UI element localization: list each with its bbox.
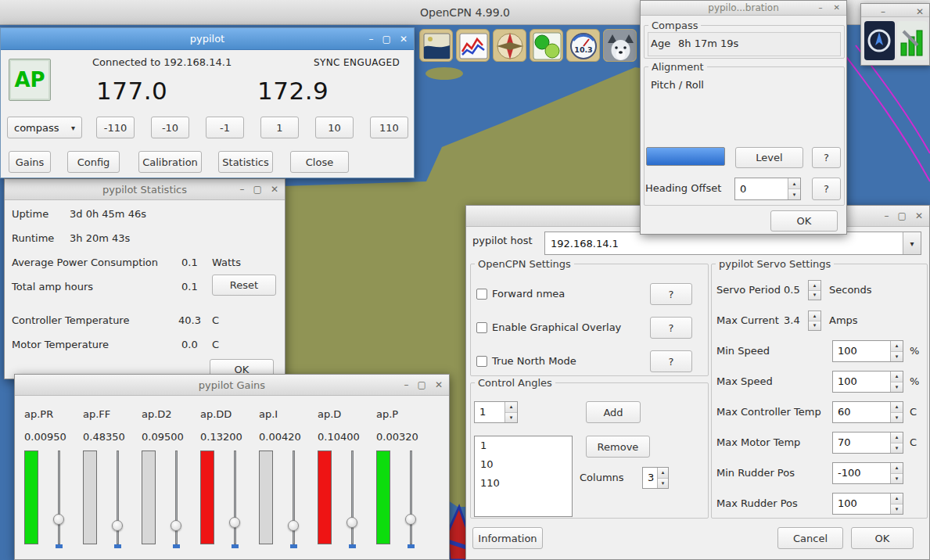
titlebar[interactable]: pypilot Gains – ▢ ✕ (15, 375, 449, 396)
checkbox-forward-nmea[interactable] (476, 289, 487, 300)
help-button[interactable]: ? (650, 350, 692, 372)
minimize-icon[interactable]: – (885, 211, 889, 221)
spin-up-icon[interactable]: ▴ (809, 311, 820, 321)
maximize-icon[interactable]: ▢ (253, 185, 262, 194)
spin-arrows[interactable]: ▴▾ (890, 372, 903, 392)
spin-arrows[interactable]: ▴▾ (890, 402, 903, 422)
servo-field-max-rudder-pos[interactable]: 100▴▾ (832, 493, 903, 515)
spin-arrows[interactable]: ▴▾ (890, 341, 903, 361)
spin-down-icon[interactable]: ▾ (891, 382, 903, 393)
help-button[interactable]: ? (650, 317, 692, 339)
maximize-icon[interactable]: ▢ (418, 380, 426, 389)
statistics-button[interactable]: Statistics (218, 151, 273, 173)
close-icon[interactable]: ✕ (834, 4, 840, 12)
spin-arrows[interactable]: ▴ ▾ (788, 178, 800, 199)
spin-arrows[interactable]: ▴ ▾ (504, 402, 517, 422)
reset-button[interactable]: Reset (212, 275, 276, 296)
servo-field-min-speed[interactable]: 100▴▾ (832, 340, 903, 362)
help-button[interactable]: ? (812, 147, 841, 168)
spin-down-icon[interactable]: ▾ (658, 479, 668, 489)
minimize-icon[interactable]: – (881, 7, 885, 16)
spin-arrows[interactable]: ▴▾ (890, 463, 903, 483)
spin-down-icon[interactable]: ▾ (788, 189, 800, 199)
toolbar-icon-dashboard[interactable] (530, 29, 563, 62)
minimize-icon[interactable]: – (819, 4, 823, 12)
step-button-1[interactable]: 1 (260, 117, 299, 138)
toolbar-icon-husky-photo[interactable] (603, 29, 637, 62)
spin-arrows[interactable]: ▴▾ (890, 494, 903, 514)
ok-button[interactable]: OK (770, 210, 838, 232)
checkbox-true-north-mode[interactable] (476, 356, 487, 367)
titlebar[interactable]: pypilo...bration – ✕ (641, 1, 846, 16)
spin-up-icon[interactable]: ▴ (891, 433, 903, 443)
angles-listbox[interactable]: 110110 (474, 436, 573, 517)
spin-down-icon[interactable]: ▾ (809, 321, 820, 331)
angle-list-item[interactable]: 10 (475, 455, 572, 474)
spin-arrows[interactable]: ▴▾ (808, 311, 821, 331)
close-icon[interactable]: ✕ (915, 211, 923, 221)
gain-slider-track[interactable] (234, 451, 236, 544)
gains-button[interactable]: Gains (9, 151, 51, 173)
gain-slider-track[interactable] (410, 451, 412, 544)
checkbox-enable-graphical-overlay[interactable] (476, 322, 487, 333)
gain-slider-thumb[interactable] (112, 520, 123, 531)
spin-up-icon[interactable]: ▴ (891, 372, 903, 382)
plugin-compass-icon[interactable] (864, 21, 895, 63)
maximize-icon[interactable]: ▢ (382, 34, 391, 44)
close-button[interactable]: Close (290, 151, 349, 173)
servo-field-max-motor-temp[interactable]: 70▴▾ (832, 432, 903, 454)
titlebar[interactable]: pypilot – ▢ ✕ (1, 28, 414, 50)
spin-up-icon[interactable]: ▴ (658, 468, 668, 479)
angle-list-item[interactable]: 110 (475, 474, 572, 493)
spin-up-icon[interactable]: ▴ (891, 463, 903, 474)
toolbar-icon-chart-display[interactable] (419, 29, 453, 62)
gain-slider-thumb[interactable] (288, 520, 299, 531)
step-button-110[interactable]: 110 (370, 117, 408, 138)
close-icon[interactable]: ✕ (916, 7, 924, 16)
plugin-gains-icon[interactable] (897, 21, 928, 63)
spin-arrows[interactable]: ▴▾ (890, 433, 903, 453)
minimize-icon[interactable]: – (404, 380, 409, 389)
gain-slider-thumb[interactable] (171, 520, 181, 531)
level-button[interactable]: Level (735, 147, 803, 168)
spin-up-icon[interactable]: ▴ (505, 402, 517, 413)
toolbar-icon-compass-rose[interactable] (493, 29, 526, 62)
gain-slider-thumb[interactable] (229, 517, 240, 528)
spin-down-icon[interactable]: ▾ (809, 291, 820, 300)
config-button[interactable]: Config (67, 151, 120, 173)
gain-slider-track[interactable] (58, 451, 60, 544)
mode-dropdown[interactable]: compass ▾ (7, 117, 82, 138)
spin-up-icon[interactable]: ▴ (809, 281, 820, 291)
help-button[interactable]: ? (650, 283, 692, 305)
step-button--110[interactable]: -110 (96, 117, 135, 138)
servo-field-max-speed[interactable]: 100▴▾ (832, 371, 903, 393)
close-icon[interactable]: ✕ (271, 185, 278, 194)
gain-slider-thumb[interactable] (53, 514, 64, 525)
maximize-icon[interactable]: ▢ (898, 211, 907, 221)
toolbar-icon-graph[interactable] (456, 29, 490, 62)
step-button--10[interactable]: -10 (151, 117, 189, 138)
calibration-button[interactable]: Calibration (138, 151, 202, 173)
servo-field-min-rudder-pos[interactable]: -100▴▾ (832, 462, 903, 484)
titlebar[interactable]: – ✕ (861, 4, 929, 17)
step-button-10[interactable]: 10 (315, 117, 354, 138)
cancel-button[interactable]: Cancel (777, 527, 843, 549)
spin-down-icon[interactable]: ▾ (891, 413, 903, 423)
host-combobox[interactable]: 192.168.14.1 ▾ (544, 232, 921, 255)
dropdown-arrow-icon[interactable]: ▾ (903, 232, 921, 254)
spin-down-icon[interactable]: ▾ (891, 352, 903, 362)
spin-up-icon[interactable]: ▴ (891, 341, 903, 352)
spin-up-icon[interactable]: ▴ (891, 402, 903, 413)
ok-button[interactable]: OK (851, 527, 914, 549)
remove-button[interactable]: Remove (586, 436, 650, 458)
angle-list-item[interactable]: 1 (475, 436, 572, 455)
angle-spinner[interactable]: 1 ▴ ▾ (474, 401, 518, 423)
minimize-icon[interactable]: – (369, 34, 374, 44)
close-icon[interactable]: ✕ (435, 380, 443, 389)
servo-field-max-controller-temp[interactable]: 60▴▾ (832, 401, 903, 423)
gain-slider-track[interactable] (351, 451, 354, 544)
spin-up-icon[interactable]: ▴ (788, 178, 800, 189)
gain-slider-thumb[interactable] (405, 514, 416, 525)
spin-down-icon[interactable]: ▾ (891, 474, 903, 484)
spin-down-icon[interactable]: ▾ (891, 504, 903, 515)
